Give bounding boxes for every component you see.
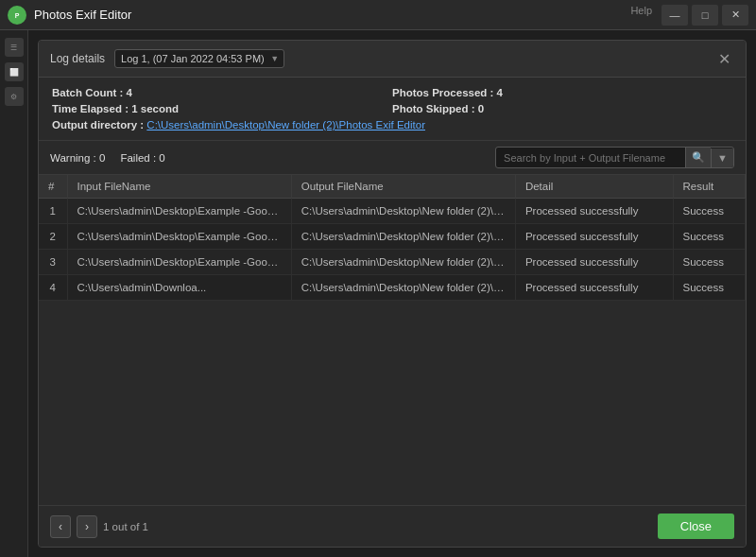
cell-input-file: C:\Users\admin\Desktop\Example -Goog... <box>67 224 291 250</box>
output-dir-stat: Output directory : C:\Users\admin\Deskto… <box>52 119 732 131</box>
cell-detail: Processed successfully <box>515 199 673 224</box>
cell-output-file: C:\Users\admin\Desktop\New folder (2)\Ph… <box>291 275 515 301</box>
table-row: 1 C:\Users\admin\Desktop\Example -Goog..… <box>39 199 746 224</box>
window-close-button[interactable]: ✕ <box>722 5 748 26</box>
dialog-footer: ‹ › 1 out of 1 Close <box>39 505 746 547</box>
svg-text:P: P <box>15 12 20 19</box>
batch-count-stat: Batch Count : 4 <box>52 87 392 98</box>
failed-label: Failed : <box>120 152 156 164</box>
search-wrapper[interactable]: 🔍 ▼ <box>495 147 734 168</box>
col-header-output: Output FileName <box>291 175 515 199</box>
table-header-row: # Input FileName Output FileName Detail … <box>39 175 746 199</box>
time-elapsed-label: Time Elapsed : <box>52 103 129 114</box>
dialog-title: Log details <box>50 52 105 65</box>
warning-filter: Warning : 0 <box>50 152 105 164</box>
output-dir-path[interactable]: C:\Users\admin\Desktop\New folder (2)\Ph… <box>146 119 425 131</box>
cell-detail: Processed successfully <box>515 275 673 301</box>
search-dropdown-button[interactable]: ▼ <box>711 148 733 167</box>
help-link[interactable]: Help <box>630 5 652 26</box>
photo-skipped-label: Photo Skipped : <box>392 103 475 114</box>
search-input[interactable] <box>496 148 685 167</box>
minimize-button[interactable]: — <box>662 5 688 26</box>
cell-detail: Processed successfully <box>515 250 673 275</box>
sidebar-icon-3[interactable]: ⚙ <box>5 87 24 106</box>
table-row: 3 C:\Users\admin\Desktop\Example -Goog..… <box>39 250 746 275</box>
cell-num: 3 <box>39 250 67 275</box>
cell-result: Success <box>673 275 745 301</box>
col-header-input: Input FileName <box>67 175 291 199</box>
log-dropdown-wrapper[interactable]: Log 1, (07 Jan 2022 04:53 PM) ▼ <box>114 49 284 68</box>
page-info: 1 out of 1 <box>103 521 148 532</box>
col-header-num: # <box>39 175 67 199</box>
filter-bar: Warning : 0 Failed : 0 🔍 ▼ <box>39 141 746 175</box>
failed-filter: Failed : 0 <box>120 152 164 164</box>
cell-num: 4 <box>39 275 67 301</box>
maximize-button[interactable]: □ <box>692 5 718 26</box>
cell-detail: Processed successfully <box>515 224 673 250</box>
failed-value: 0 <box>159 152 164 164</box>
dialog-header: Log details Log 1, (07 Jan 2022 04:53 PM… <box>39 41 746 78</box>
cell-result: Success <box>673 250 745 275</box>
next-page-button[interactable]: › <box>77 515 97 538</box>
app-title: Photos Exif Editor <box>34 8 630 22</box>
main-area: ☰ ⬜ ⚙ Log details Log 1, (07 Jan 2022 04… <box>0 30 756 557</box>
table-row: 4 C:\Users\admin\Downloa... C:\Users\adm… <box>39 275 746 301</box>
dialog-area: Log details Log 1, (07 Jan 2022 04:53 PM… <box>28 30 756 557</box>
cell-input-file: C:\Users\admin\Downloa... <box>67 275 291 301</box>
cell-num: 2 <box>39 224 67 250</box>
photo-skipped-stat: Photo Skipped : 0 <box>392 103 732 114</box>
stats-bar: Batch Count : 4 Photos Processed : 4 Tim… <box>39 78 746 141</box>
time-elapsed-value: 1 second <box>131 103 179 114</box>
prev-page-button[interactable]: ‹ <box>50 515 71 538</box>
photos-processed-stat: Photos Processed : 4 <box>392 87 732 98</box>
warning-value: 0 <box>99 152 105 164</box>
cell-num: 1 <box>39 199 67 224</box>
time-elapsed-stat: Time Elapsed : 1 second <box>52 103 392 114</box>
batch-count-value: 4 <box>127 87 132 98</box>
log-table: # Input FileName Output FileName Detail … <box>39 175 746 301</box>
photos-processed-value: 4 <box>497 87 503 98</box>
cell-input-file: C:\Users\admin\Desktop\Example -Goog... <box>67 199 291 224</box>
col-header-detail: Detail <box>515 175 673 199</box>
cell-output-file: C:\Users\admin\Desktop\New folder (2)\Ph… <box>291 199 515 224</box>
table-area: # Input FileName Output FileName Detail … <box>39 175 746 505</box>
output-dir-label: Output directory : <box>52 119 144 131</box>
batch-count-label: Batch Count : <box>52 87 123 98</box>
table-body: 1 C:\Users\admin\Desktop\Example -Goog..… <box>39 199 746 301</box>
dialog-close-button[interactable]: ✕ <box>713 48 734 69</box>
close-dialog-button[interactable]: Close <box>658 513 734 539</box>
cell-output-file: C:\Users\admin\Desktop\New folder (2)\Ph… <box>291 250 515 275</box>
window-controls: Help — □ ✕ <box>630 5 748 26</box>
app-logo: P <box>8 6 26 25</box>
photos-processed-label: Photos Processed : <box>392 87 493 98</box>
photo-skipped-value: 0 <box>478 103 484 114</box>
cell-result: Success <box>673 199 745 224</box>
log-dropdown[interactable]: Log 1, (07 Jan 2022 04:53 PM) <box>114 49 284 68</box>
sidebar-icon-1[interactable]: ☰ <box>5 38 24 57</box>
cell-input-file: C:\Users\admin\Desktop\Example -Goog... <box>67 250 291 275</box>
sidebar: ☰ ⬜ ⚙ <box>0 30 28 557</box>
sidebar-icon-2[interactable]: ⬜ <box>5 62 24 81</box>
cell-result: Success <box>673 224 745 250</box>
cell-output-file: C:\Users\admin\Desktop\New folder (2)\Ph… <box>291 224 515 250</box>
col-header-result: Result <box>673 175 745 199</box>
title-bar: P Photos Exif Editor Help — □ ✕ <box>0 0 756 30</box>
search-button[interactable]: 🔍 <box>685 148 711 167</box>
table-row: 2 C:\Users\admin\Desktop\Example -Goog..… <box>39 224 746 250</box>
warning-label: Warning : <box>50 152 96 164</box>
log-dialog: Log details Log 1, (07 Jan 2022 04:53 PM… <box>38 40 747 548</box>
